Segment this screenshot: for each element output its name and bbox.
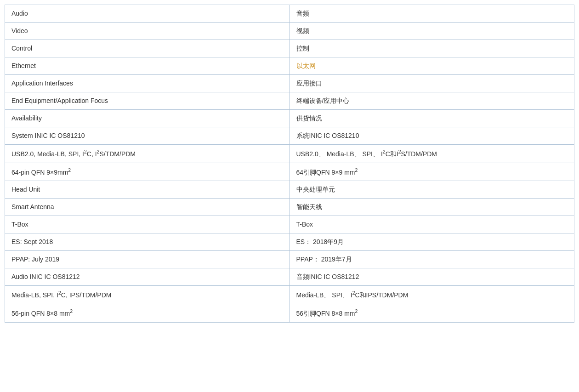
- cell-chinese: 控制: [290, 40, 574, 57]
- cell-english: System INIC IC OS81210: [5, 127, 290, 145]
- table-row: Control控制: [5, 40, 574, 57]
- table-row: PPAP: July 2019PPAP： 2019年7月: [5, 251, 574, 268]
- table-row: Application Interfaces应用接口: [5, 75, 574, 92]
- cell-chinese: 以太网: [290, 57, 574, 75]
- cell-english: Smart Antenna: [5, 199, 290, 216]
- cell-english: Application Interfaces: [5, 75, 290, 92]
- table-row: ES: Sept 2018ES： 2018年9月: [5, 233, 574, 251]
- table-row: 56-pin QFN 8×8 mm256引脚QFN 8×8 mm2: [5, 304, 574, 322]
- cell-english: USB2.0, Media-LB, SPI, I2C, I2S/TDM/PDM: [5, 145, 290, 163]
- table-row: System INIC IC OS81210系统INIC IC OS81210: [5, 127, 574, 145]
- table-row: Ethernet以太网: [5, 57, 574, 75]
- table-row: Availability供货情况: [5, 110, 574, 127]
- table-row: USB2.0, Media-LB, SPI, I2C, I2S/TDM/PDMU…: [5, 145, 574, 163]
- table-row: Media-LB, SPI, I2C, IPS/TDM/PDMMedia-LB、…: [5, 286, 574, 304]
- main-container: Audio音频Video视频Control控制Ethernet以太网Applic…: [0, 0, 579, 327]
- table-row: Head Unit中央处理单元: [5, 181, 574, 199]
- cell-chinese: T-Box: [290, 216, 574, 233]
- cell-english: Media-LB, SPI, I2C, IPS/TDM/PDM: [5, 286, 290, 304]
- table-row: Video视频: [5, 23, 574, 40]
- cell-chinese: 系统INIC IC OS81210: [290, 127, 574, 145]
- cell-english: PPAP: July 2019: [5, 251, 290, 268]
- cell-chinese: 音频INIC IC OS81212: [290, 268, 574, 286]
- cell-english: 64-pin QFN 9×9mm2: [5, 163, 290, 181]
- cell-chinese: 终端设备/应用中心: [290, 92, 574, 110]
- cell-chinese: Media-LB、 SPI、 I2C和IPS/TDM/PDM: [290, 286, 574, 304]
- cell-english: Availability: [5, 110, 290, 127]
- cell-chinese: 供货情况: [290, 110, 574, 127]
- cell-chinese: ES： 2018年9月: [290, 233, 574, 251]
- table-row: Smart Antenna智能天线: [5, 199, 574, 216]
- data-table: Audio音频Video视频Control控制Ethernet以太网Applic…: [5, 5, 574, 323]
- cell-chinese: PPAP： 2019年7月: [290, 251, 574, 268]
- cell-chinese: 中央处理单元: [290, 181, 574, 199]
- cell-chinese: 64引脚QFN 9×9 mm2: [290, 163, 574, 181]
- table-row: T-BoxT-Box: [5, 216, 574, 233]
- cell-english: End Equipment/Application Focus: [5, 92, 290, 110]
- cell-english: 56-pin QFN 8×8 mm2: [5, 304, 290, 322]
- table-row: Audio INIC IC OS81212音频INIC IC OS81212: [5, 268, 574, 286]
- cell-english: Video: [5, 23, 290, 40]
- cell-english: Audio: [5, 5, 290, 23]
- cell-chinese: 视频: [290, 23, 574, 40]
- cell-chinese: 56引脚QFN 8×8 mm2: [290, 304, 574, 322]
- cell-english: Audio INIC IC OS81212: [5, 268, 290, 286]
- table-row: End Equipment/Application Focus终端设备/应用中心: [5, 92, 574, 110]
- cell-chinese: 音频: [290, 5, 574, 23]
- table-row: Audio音频: [5, 5, 574, 23]
- cell-english: Head Unit: [5, 181, 290, 199]
- cell-english: Ethernet: [5, 57, 290, 75]
- cell-chinese: 应用接口: [290, 75, 574, 92]
- table-row: 64-pin QFN 9×9mm264引脚QFN 9×9 mm2: [5, 163, 574, 181]
- cell-english: ES: Sept 2018: [5, 233, 290, 251]
- cell-chinese: 智能天线: [290, 199, 574, 216]
- cell-english: T-Box: [5, 216, 290, 233]
- cell-english: Control: [5, 40, 290, 57]
- cell-chinese: USB2.0、 Media-LB、 SPI、 I2C和I2S/TDM/PDM: [290, 145, 574, 163]
